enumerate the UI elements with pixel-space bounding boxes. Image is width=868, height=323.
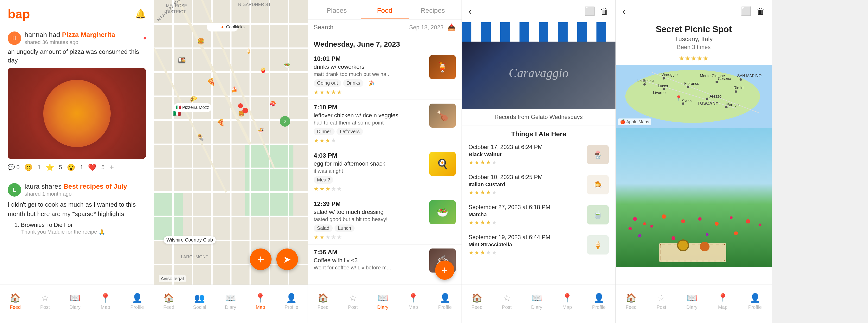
entry-tags-1: Going out Drinks 🎉 xyxy=(314,79,426,87)
tag-drinks[interactable]: Drinks xyxy=(343,79,364,87)
svg-point-85 xyxy=(628,227,632,230)
place-entry-info-1: October 17, 2023 at 6:24 PM Black Walnut… xyxy=(468,144,583,166)
map-area[interactable]: N FAIRFAX AVE MELROSE DISTRICT N GARDNER… xyxy=(154,0,308,323)
back-arrow-icon[interactable]: ‹ xyxy=(468,6,472,17)
tag-meal[interactable]: Meal? xyxy=(314,176,333,184)
place-nav-diary[interactable]: 📖 Diary xyxy=(531,293,542,310)
place-nav-feed[interactable]: 🏠 Feed xyxy=(472,293,483,310)
app-logo: bap xyxy=(8,7,30,21)
map-nav-social-label: Social xyxy=(193,304,206,310)
place-entry-3[interactable]: September 27, 2023 at 6:18 PM Matcha ★★★… xyxy=(462,200,616,230)
diary-entry-drinks[interactable]: 10:01 PM drinks w/ coworkers matt drank … xyxy=(308,51,462,100)
svg-point-50 xyxy=(242,108,248,114)
tag-going-out[interactable]: Going out xyxy=(314,79,341,87)
map-icon-4: 📍 xyxy=(562,293,572,303)
home-icon-3: 🏠 xyxy=(318,293,329,303)
diary-entry-salad[interactable]: 12:39 PM salad w/ too much dressing tast… xyxy=(308,196,462,245)
svg-text:Coolkicks: Coolkicks xyxy=(226,25,245,29)
emoji-reaction-3[interactable]: 😮 xyxy=(67,163,75,171)
diary-panel: Places Food Recipes Sep 18, 2023 📥 Wedne… xyxy=(308,0,462,323)
map-nav-social[interactable]: 👥 Social xyxy=(193,293,206,310)
emoji-reaction-2[interactable]: ⭐ xyxy=(46,163,54,171)
diary-nav-profile[interactable]: 👤 Profile xyxy=(438,293,452,310)
place-entry-4[interactable]: September 19, 2023 at 6:44 PM Mint Strac… xyxy=(462,230,616,260)
comment-reaction[interactable]: 💬 0 xyxy=(8,164,20,171)
emoji-count-4: 5 xyxy=(101,164,104,171)
place-entry-info-2: October 10, 2023 at 6:25 PM Italian Cust… xyxy=(468,174,583,196)
delete-icon-2[interactable]: 🗑 xyxy=(756,6,765,17)
entry-time-3: 4:03 PM xyxy=(314,152,426,159)
notification-bell[interactable]: 🔔 xyxy=(135,9,146,19)
star-icon-2: ☆ xyxy=(349,293,357,303)
diary-nav-post[interactable]: ☆ Post xyxy=(348,293,358,310)
spot-nav-feed[interactable]: 🏠 Feed xyxy=(626,293,637,310)
nav-diary[interactable]: 📖 Diary xyxy=(69,293,81,310)
tag-dinner[interactable]: Dinner xyxy=(314,128,335,135)
inbox-icon[interactable]: 📥 xyxy=(447,23,456,31)
svg-text:N GARDNER ST: N GARDNER ST xyxy=(238,2,271,7)
nav-feed[interactable]: 🏠 Feed xyxy=(10,293,21,310)
tab-places[interactable]: Places xyxy=(313,0,361,19)
diary-nav-map[interactable]: 📍 Map xyxy=(408,293,419,310)
svg-point-91 xyxy=(730,216,733,219)
diary-entry-egg[interactable]: 4:03 PM egg for mid afternoon snack it w… xyxy=(308,148,462,196)
diary-nav-diary-label: Diary xyxy=(377,304,389,310)
back-arrow-icon-2[interactable]: ‹ xyxy=(622,6,626,17)
share-icon-2[interactable]: ⬜ xyxy=(741,6,752,17)
svg-text:🌮: 🌮 xyxy=(190,95,197,102)
place-nav-map[interactable]: 📍 Map xyxy=(562,293,572,310)
place-entry-1[interactable]: October 17, 2023 at 6:24 PM Black Walnut… xyxy=(462,140,616,170)
svg-text:🌯: 🌯 xyxy=(197,134,205,141)
diary-nav-feed[interactable]: 🏠 Feed xyxy=(318,293,329,310)
diary-entry-chicken[interactable]: 7:10 PM leftover chicken w/ rice n veggi… xyxy=(308,100,462,148)
tab-food[interactable]: Food xyxy=(361,0,409,19)
feed-post-2: L laura shares Best recipes of July shar… xyxy=(0,177,154,241)
place-entry-2[interactable]: October 10, 2023 at 6:25 PM Italian Cust… xyxy=(462,170,616,200)
map-bottom-nav: 🏠 Feed 👥 Social 📖 Diary 📍 Map 👤 Profile xyxy=(154,285,308,323)
place-nav-post[interactable]: ☆ Post xyxy=(502,293,512,310)
add-entry-button[interactable]: + xyxy=(435,260,454,280)
map-icon-2: 📍 xyxy=(255,293,266,303)
spot-nav-map[interactable]: 📍 Map xyxy=(717,293,728,310)
diary-nav-diary[interactable]: 📖 Diary xyxy=(377,293,389,310)
add-reaction[interactable]: + xyxy=(110,163,114,172)
spot-nav-profile[interactable]: 👤 Profile xyxy=(748,293,762,310)
feed-content: H hannah had Pizza Margherita shared 36 … xyxy=(0,25,154,323)
add-location-button[interactable]: + xyxy=(250,249,272,270)
spot-nav-post[interactable]: ☆ Post xyxy=(657,293,666,310)
spot-map[interactable]: La Spezia Lucca Florence Viareggio Livor… xyxy=(616,65,772,128)
spot-nav-diary[interactable]: 📖 Diary xyxy=(686,293,698,310)
locate-me-button[interactable]: ➤ xyxy=(276,249,298,270)
tag-leftovers[interactable]: Leftovers xyxy=(337,128,363,135)
tag-lunch[interactable]: Lunch xyxy=(335,224,354,232)
tag-salad[interactable]: Salad xyxy=(314,224,333,232)
share-icon[interactable]: ⬜ xyxy=(584,6,595,17)
emoji-reaction-4[interactable]: ❤️ xyxy=(88,163,96,171)
nav-post[interactable]: ☆ Post xyxy=(40,293,50,310)
map-nav-profile[interactable]: 👤 Profile xyxy=(284,293,298,310)
place-entry-img-3: 🍵 xyxy=(587,205,609,224)
svg-text:🍦: 🍦 xyxy=(245,48,252,54)
delete-icon[interactable]: 🗑 xyxy=(600,6,609,17)
spot-subtitle: Tuscany, Italy xyxy=(622,35,765,43)
place-nav-profile[interactable]: 👤 Profile xyxy=(592,293,606,310)
emoji-reaction-1[interactable]: 😊 xyxy=(24,163,33,171)
place-nav-profile-label: Profile xyxy=(592,304,606,310)
nav-map-label: Map xyxy=(101,304,110,310)
svg-text:Livorno: Livorno xyxy=(653,91,666,95)
svg-text:●: ● xyxy=(221,25,224,29)
tab-recipes[interactable]: Recipes xyxy=(409,0,457,19)
nav-profile[interactable]: 👤 Profile xyxy=(130,293,144,310)
diary-date-filter: Sep 18, 2023 xyxy=(409,24,443,31)
diary-search-input[interactable] xyxy=(314,24,405,31)
book-icon-4: 📖 xyxy=(686,293,697,303)
svg-point-53 xyxy=(625,70,760,123)
entry-desc-4: tasted good but a bit too heavy! xyxy=(314,216,426,223)
pizza-center xyxy=(43,80,111,147)
map-nav-map[interactable]: 📍 Map xyxy=(255,293,266,310)
map-nav-feed[interactable]: 🏠 Feed xyxy=(163,293,174,310)
nav-map[interactable]: 📍 Map xyxy=(100,293,111,310)
map-nav-diary[interactable]: 📖 Diary xyxy=(225,293,236,310)
svg-text:2: 2 xyxy=(284,119,286,124)
place-section-title: Things I Ate Here xyxy=(462,125,616,140)
